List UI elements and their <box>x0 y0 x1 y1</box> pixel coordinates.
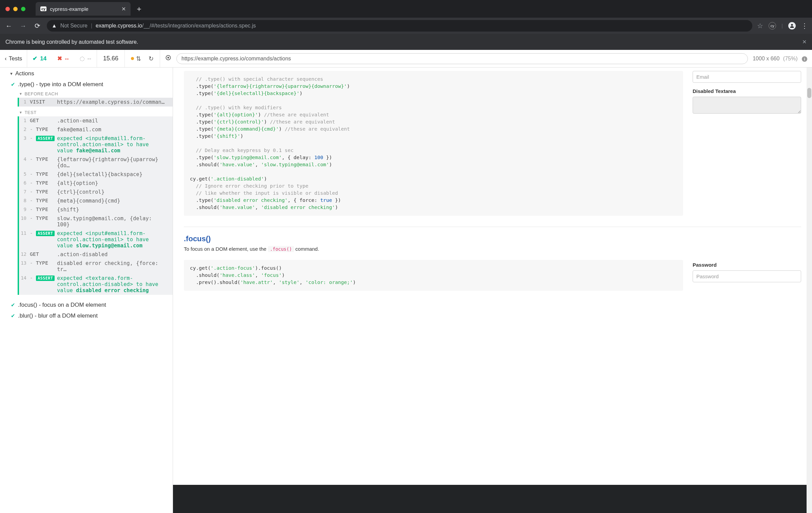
section-title-focus[interactable]: .focus() <box>180 234 805 245</box>
info-icon: i <box>802 56 807 62</box>
window-controls[interactable] <box>3 7 29 11</box>
caret-down-icon: ▼ <box>19 92 22 96</box>
command-row[interactable]: 10TYPEslow.typing@email.com, {delay: 100… <box>19 214 173 229</box>
browser-tab[interactable]: cy cypress-example ✕ <box>36 2 131 16</box>
bookmark-icon[interactable]: ☆ <box>757 22 763 30</box>
duration: 15.66 <box>97 50 125 67</box>
password-label: Password <box>693 262 801 268</box>
maximize-window-icon[interactable] <box>21 7 25 11</box>
circle-icon: ◌ <box>80 55 85 62</box>
caret-down-icon: ▼ <box>9 72 13 76</box>
test-title[interactable]: ✔ .focus() - focus on a DOM element <box>0 300 173 310</box>
command-row[interactable]: 1 VISIT https://example.cypress.io/comma… <box>19 98 173 107</box>
command-row[interactable]: 8TYPE{meta}{command}{cmd} <box>19 196 173 205</box>
url-path: /__/#/tests/integration/examples/actions… <box>142 23 256 28</box>
test-title[interactable]: ✔ .type() - type into a DOM element <box>0 79 173 90</box>
aut-url-display[interactable]: https://example.cypress.io/commands/acti… <box>176 53 748 64</box>
command-log: ▼ Actions ✔ .type() - type into a DOM el… <box>0 68 173 513</box>
check-icon: ✔ <box>11 313 15 319</box>
security-label: Not Secure <box>60 23 88 29</box>
command-row[interactable]: 2TYPEfake@email.com <box>19 125 173 134</box>
tab-bar: cy cypress-example ✕ ＋ <box>0 0 812 18</box>
failed-count: ✖ -- <box>52 50 74 67</box>
address-bar[interactable]: ▲ Not Secure | example.cypress.io/__/#/t… <box>47 20 752 32</box>
section-description: To focus on a DOM element, use the .focu… <box>180 245 805 256</box>
minimize-window-icon[interactable] <box>13 7 18 11</box>
check-icon: ✔ <box>11 302 15 308</box>
address-bar-row: ← → ⟳ ▲ Not Secure | example.cypress.io/… <box>0 18 812 34</box>
reload-button[interactable]: ⟳ <box>33 22 42 30</box>
disabled-textarea-label: Disabled Textarea <box>693 88 801 94</box>
pending-count: ◌ -- <box>74 50 97 67</box>
command-row[interactable]: 14ASSERTexpected <textarea.form-control.… <box>19 274 173 295</box>
test-title[interactable]: ✔ .blur() - blur off a DOM element <box>0 310 173 321</box>
infobar-text: Chrome is being controlled by automated … <box>5 39 138 45</box>
forward-button[interactable]: → <box>18 22 28 30</box>
command-row[interactable]: 4TYPE{leftarrow}{rightarrow}{uparrow}{do… <box>19 155 173 170</box>
cypress-extension-icon[interactable]: cy <box>769 22 776 30</box>
svg-point-0 <box>791 24 793 26</box>
password-input[interactable] <box>693 270 801 282</box>
command-row[interactable]: 12GET.action-disabled <box>19 250 173 259</box>
browser-chrome: cy cypress-example ✕ ＋ ← → ⟳ ▲ Not Secur… <box>0 0 812 50</box>
svg-point-2 <box>168 57 169 58</box>
back-button[interactable]: ← <box>4 22 14 30</box>
check-icon: ✔ <box>33 55 37 62</box>
cypress-header: ‹ Tests ✔ 14 ✖ -- ◌ -- 15.66 ⇅ ↻ https:/… <box>0 50 812 68</box>
automation-infobar: Chrome is being controlled by automated … <box>0 34 812 50</box>
code-block: // .type() with special character sequen… <box>184 71 683 216</box>
command-row[interactable]: 13TYPEdisabled error checking, {force: t… <box>19 259 173 274</box>
command-row[interactable]: 1GET.action-email <box>19 116 173 125</box>
command-row[interactable]: 7TYPE{ctrl}{control} <box>19 188 173 196</box>
tests-label: Tests <box>9 55 22 62</box>
command-row[interactable]: 5TYPE{del}{selectall}{backspace} <box>19 170 173 179</box>
x-icon: ✖ <box>57 55 62 62</box>
aut-letterbox <box>173 485 812 513</box>
command-row[interactable]: 3ASSERTexpected <input#email1.form-contr… <box>19 134 173 155</box>
passed-count: ✔ 14 <box>27 50 52 67</box>
caret-down-icon: ▼ <box>19 111 22 114</box>
divider <box>184 227 801 227</box>
profile-icon[interactable] <box>788 22 796 30</box>
selector-playground-icon[interactable] <box>165 54 172 63</box>
close-tab-icon[interactable]: ✕ <box>121 6 126 12</box>
auto-scroll-icon[interactable]: ⇅ <box>136 55 141 62</box>
close-window-icon[interactable] <box>5 7 10 11</box>
check-icon: ✔ <box>11 81 15 88</box>
rerun-button[interactable]: ↻ <box>149 55 154 62</box>
scrollbar[interactable] <box>807 68 812 513</box>
command-row[interactable]: 11ASSERTexpected <input#email1.form-cont… <box>19 229 173 250</box>
status-dot-icon <box>131 57 134 60</box>
command-row[interactable]: 9TYPE{shift} <box>19 205 173 214</box>
email-input[interactable] <box>693 71 801 83</box>
disabled-textarea[interactable] <box>693 97 801 114</box>
hook-test[interactable]: ▼ TEST <box>0 109 173 116</box>
tab-favicon: cy <box>40 6 46 11</box>
command-row[interactable]: 6TYPE{alt}{option} <box>19 179 173 188</box>
hook-before-each[interactable]: ▼ BEFORE EACH <box>0 90 173 98</box>
infobar-close-icon[interactable]: ✕ <box>802 39 807 45</box>
viewport-info[interactable]: 1000 x 660 (75%) i <box>753 56 807 62</box>
tests-back-button[interactable]: ‹ Tests <box>0 50 27 67</box>
url-host: example.cypress.io <box>96 23 142 28</box>
tab-title: cypress-example <box>50 6 118 12</box>
suite-title[interactable]: ▼ Actions <box>0 68 173 79</box>
code-block: cy.get('.action-focus').focus() .should(… <box>184 260 683 291</box>
new-tab-button[interactable]: ＋ <box>131 4 148 14</box>
chevron-left-icon: ‹ <box>5 55 7 62</box>
insecure-icon: ▲ <box>52 23 57 29</box>
aut-panel: // .type() with special character sequen… <box>173 68 812 513</box>
menu-icon[interactable]: ⋮ <box>801 22 808 30</box>
